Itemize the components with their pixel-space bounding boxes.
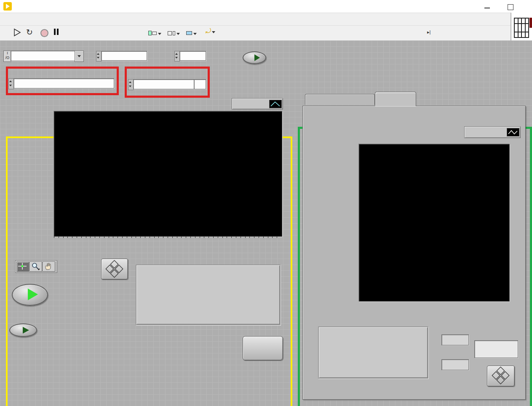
visa-resource-combo[interactable]: I/O [3, 51, 83, 61]
sumydt-plot-icon [507, 128, 519, 136]
title-bar [0, 0, 532, 13]
resize-objects-dropdown[interactable] [186, 29, 197, 39]
labview-window: ↻ ⤾ ▸| ? I/O [0, 0, 532, 406]
distribute-objects-dropdown[interactable] [168, 29, 180, 39]
front-panel: I/O [0, 40, 532, 406]
cursor-tool-button[interactable] [16, 262, 29, 272]
pan-tool-button[interactable] [43, 262, 55, 272]
toolbar-separator [511, 13, 511, 40]
zoom-tool-button[interactable] [29, 262, 42, 272]
run-button[interactable] [13, 27, 22, 37]
reorder-dropdown[interactable]: ⤾ [206, 27, 215, 37]
cursor-mover-left[interactable] [101, 259, 128, 280]
result-value [474, 340, 518, 358]
tab-pulse-int[interactable] [375, 92, 416, 106]
signal-value [441, 359, 469, 370]
graph-palette [15, 260, 57, 273]
tab-charge-amplifier[interactable] [305, 94, 375, 105]
visa-dropdown-button[interactable] [75, 51, 84, 62]
channel2-plot-icon [269, 100, 282, 108]
search-expander-icon[interactable]: ▸| [427, 29, 430, 40]
channel-index [194, 79, 206, 89]
minimize-button[interactable] [484, 8, 490, 8]
measurement-type-ring[interactable] [13, 78, 114, 88]
base-value [441, 334, 469, 345]
waveform-graph2-plot[interactable] [359, 144, 510, 302]
connector-pane-icon [514, 18, 529, 38]
waveform-graph-minor-ticks [54, 236, 281, 238]
toolbar: ↻ ⤾ ▸| ? [0, 25, 511, 42]
abort-button[interactable] [40, 29, 48, 37]
channel2-legend[interactable] [232, 98, 283, 110]
acquire-button[interactable] [12, 284, 48, 306]
channel-ring[interactable] [133, 79, 194, 89]
cursor-legend-left [136, 264, 281, 325]
looping-toggle[interactable] [243, 51, 266, 64]
visa-resource-value [11, 51, 78, 61]
ms-wait-input[interactable] [179, 51, 206, 61]
maximize-button[interactable] [508, 4, 513, 10]
sumydt-legend[interactable] [464, 126, 521, 138]
max-time-input[interactable] [101, 51, 147, 61]
cursor-mover-right[interactable] [487, 366, 515, 387]
pause-button[interactable] [54, 29, 59, 39]
run-continuous-button[interactable]: ↻ [26, 27, 33, 37]
stop-button[interactable] [243, 336, 283, 361]
save-waveform-toggle[interactable] [9, 323, 37, 337]
waveform-graph-plot[interactable] [54, 111, 282, 237]
vi-icon [529, 18, 532, 28]
menu-bar [0, 13, 511, 26]
labview-app-icon [3, 2, 12, 11]
cursor-legend-right [318, 326, 428, 379]
align-objects-dropdown[interactable] [148, 29, 161, 39]
